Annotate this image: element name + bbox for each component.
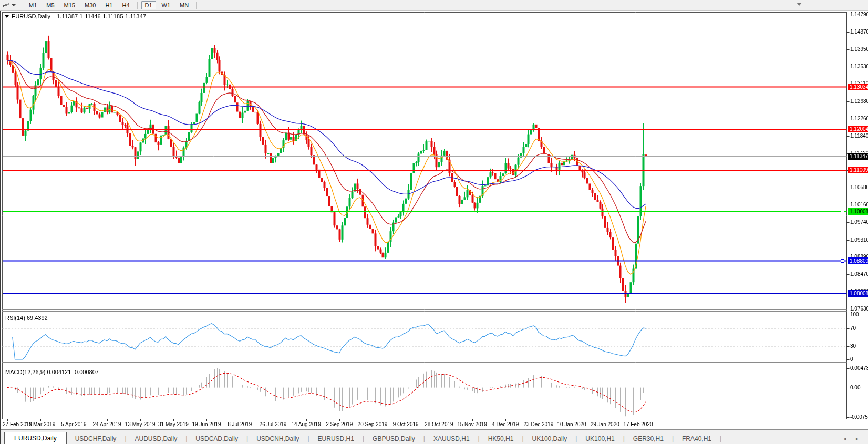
date-label: 24 Apr 2019: [93, 421, 121, 427]
date-label: 17 Feb 2020: [623, 421, 653, 427]
rsi-axis-tick: 70: [850, 325, 856, 331]
macd-axis-tick: 0.00: [850, 385, 860, 390]
date-label: 10 Jan 2020: [557, 421, 586, 427]
date-label: 8 Jul 2019: [228, 421, 252, 427]
tab-hk50-h1[interactable]: HK50,H1: [480, 433, 522, 444]
date-label: 18 Mar 2019: [26, 421, 55, 427]
chart-canvas[interactable]: [1, 11, 868, 444]
rsi-axis-tick: 30: [850, 343, 856, 349]
timeframe-m1[interactable]: M1: [25, 1, 40, 9]
current-price-tag: 1.11347: [848, 153, 868, 160]
tab-usdcad-daily[interactable]: USDCAD,Daily: [187, 433, 246, 444]
date-label: 19 Jun 2019: [192, 421, 221, 427]
timeframe-toolbar: M1M5M15M30H1H4D1W1MN: [0, 0, 868, 11]
date-label: 5 Apr 2019: [61, 421, 86, 427]
price-level-tag: 1.12004: [848, 126, 868, 132]
price-axis-tick: 1.12260: [850, 116, 868, 121]
price-axis-tick: 1.08470: [850, 271, 868, 277]
rsi-indicator-label: RSI(14) 69.4392: [5, 315, 48, 321]
date-label: 14 Aug 2019: [292, 421, 321, 427]
timeframe-h4[interactable]: H4: [118, 1, 133, 9]
date-label: 28 Oct 2019: [425, 421, 453, 427]
tab-audusd-daily[interactable]: AUDUSD,Daily: [127, 433, 186, 444]
chart-title: EURUSD,Daily 1.11387 1.11446 1.11185 1.1…: [5, 13, 146, 19]
date-label: 29 Jan 2020: [591, 421, 619, 427]
price-level-tag: 1.13034: [848, 84, 868, 90]
tab-ger30-h1[interactable]: GER30,H1: [625, 433, 672, 444]
macd-axis-tick: 0.004738: [850, 365, 868, 371]
tab-gbpusd-daily[interactable]: GBPUSD,Daily: [364, 433, 423, 444]
chart-tools-button[interactable]: [2, 2, 16, 8]
toolbar-separator: [196, 2, 197, 9]
toolbar-grip[interactable]: [20, 2, 20, 9]
ohlc-values: 1.11387 1.11446 1.11185 1.11347: [57, 13, 146, 19]
price-axis-tick: 1.09310: [850, 237, 868, 243]
date-label: 4 Dec 2019: [492, 421, 519, 427]
price-level-tag: 1.11009: [848, 167, 868, 173]
tab-separator: |: [720, 435, 721, 444]
mt4-terminal: { "toolbar": { "timeframes": ["M1","M5",…: [0, 0, 868, 444]
date-label: 15 Nov 2019: [457, 421, 487, 427]
date-label: 23 Dec 2019: [524, 421, 554, 427]
chart-window: EURUSD,Daily 1.11387 1.11446 1.11185 1.1…: [0, 11, 868, 444]
price-axis-tick: 1.07630: [850, 306, 868, 312]
tab-xauusd-h1[interactable]: XAUUSD,H1: [425, 433, 478, 444]
toolbar-overflow-icon[interactable]: [797, 3, 802, 6]
chart-tabs: EURUSD,DailyUSDCHF,Daily|AUDUSD,Daily|US…: [1, 432, 721, 444]
date-label: 9 Oct 2019: [393, 421, 419, 427]
date-label: 26 Jul 2019: [260, 421, 287, 427]
price-axis-tick: 1.13950: [850, 46, 868, 52]
tab-eurusd-h1[interactable]: EURUSD,H1: [309, 433, 363, 444]
price-axis-tick: 1.13530: [850, 64, 868, 69]
tab-scroll-arrows[interactable]: ◂ ▸: [843, 436, 863, 444]
macd-axis-tick: -0.00758: [850, 414, 868, 420]
tab-uk100-daily[interactable]: UK100,Daily: [524, 433, 576, 444]
price-axis-tick: 1.14790: [850, 12, 868, 17]
price-axis-tick: 1.12680: [850, 98, 868, 104]
timeframe-w1[interactable]: W1: [158, 1, 174, 9]
timeframe-h1[interactable]: H1: [101, 1, 116, 9]
date-label: 2 Sep 2019: [326, 421, 353, 427]
symbol-dropdown-icon[interactable]: [5, 15, 9, 18]
timeframe-m30[interactable]: M30: [81, 1, 99, 9]
price-axis-tick: 1.14370: [850, 29, 868, 35]
price-level-tag: 1.10008: [848, 208, 868, 215]
chart-tab-bar: EURUSD,DailyUSDCHF,Daily|AUDUSD,Daily|US…: [1, 429, 868, 444]
rsi-axis-tick: 0: [850, 356, 853, 362]
timeframe-mn[interactable]: MN: [176, 1, 192, 9]
price-level-tag: 1.08800: [848, 257, 868, 264]
date-label: 20 Sep 2019: [358, 421, 388, 427]
date-label: 31 May 2019: [158, 421, 189, 427]
price-axis-tick: 1.10160: [850, 202, 868, 208]
tab-eurusd-daily[interactable]: EURUSD,Daily: [4, 432, 67, 444]
chevron-down-icon: [12, 4, 16, 6]
timeframe-d1[interactable]: D1: [141, 1, 156, 9]
chart-arrows-icon: [2, 2, 10, 8]
toolbar-separator: [137, 2, 138, 9]
price-axis-tick: 1.09740: [850, 219, 868, 225]
symbol-title: EURUSD,Daily: [12, 13, 50, 19]
macd-indicator-label: MACD(12,26,9) 0.004121 -0.000807: [5, 369, 99, 375]
tab-usdcnh-daily[interactable]: USDCNH,Daily: [248, 433, 307, 444]
price-axis-tick: 1.11840: [850, 133, 868, 139]
price-axis-tick: 1.10580: [850, 184, 868, 190]
price-level-tag: 1.08008: [848, 290, 868, 297]
timeframe-buttons: M1M5M15M30H1H4D1W1MN: [24, 1, 199, 9]
timeframe-m5[interactable]: M5: [43, 1, 58, 9]
timeframe-m15[interactable]: M15: [60, 1, 79, 9]
rsi-axis-tick: 100: [850, 312, 859, 317]
tab-fra40-h1[interactable]: FRA40,H1: [674, 433, 720, 444]
tab-usdchf-daily[interactable]: USDCHF,Daily: [67, 433, 125, 444]
tab-uk100-h1[interactable]: UK100,H1: [577, 433, 623, 444]
date-label: 13 May 2019: [125, 421, 156, 427]
